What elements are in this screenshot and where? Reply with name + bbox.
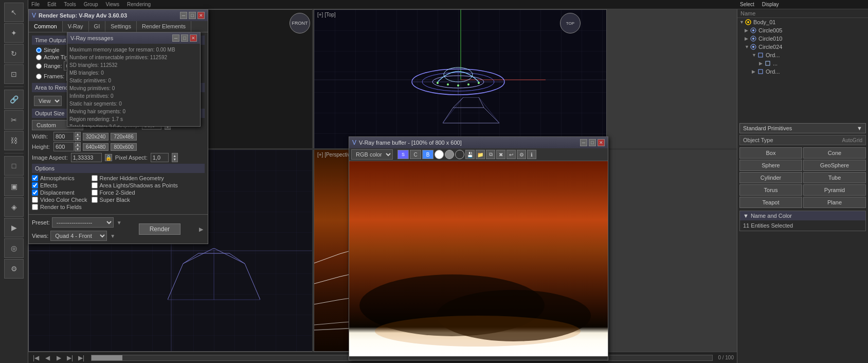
move-tool[interactable]: ✦ bbox=[4, 23, 24, 43]
cb-render-fields-input[interactable] bbox=[32, 204, 38, 210]
pixel-aspect-input[interactable] bbox=[151, 153, 169, 162]
display-btn[interactable]: Display bbox=[762, 2, 779, 7]
area-render-select[interactable]: View bbox=[34, 96, 62, 106]
tab-common[interactable]: Common bbox=[29, 21, 63, 32]
tree-item-ord1[interactable]: ▼ Ord... bbox=[737, 51, 868, 59]
cylinder-btn[interactable]: Cylinder bbox=[739, 172, 802, 183]
vfb-info-btn[interactable]: ℹ bbox=[527, 150, 536, 159]
minimize-btn[interactable]: ─ bbox=[180, 12, 187, 19]
tab-render-elements[interactable]: Render Elements bbox=[137, 21, 191, 32]
close-btn[interactable]: ✕ bbox=[197, 12, 205, 19]
menu-item-5[interactable]: Views bbox=[106, 2, 120, 7]
cone-btn[interactable]: Cone bbox=[803, 147, 866, 159]
cb-video-color-input[interactable] bbox=[32, 197, 38, 203]
std-prim-dropdown[interactable]: Standard Primitives ▼ bbox=[739, 123, 866, 133]
vray-messages-titlebar[interactable]: V-Ray messages ─ □ ✕ bbox=[67, 32, 200, 44]
preset-select[interactable]: ------------------- bbox=[52, 217, 114, 228]
vfb-maximize[interactable]: □ bbox=[589, 139, 596, 146]
options-header[interactable]: Options bbox=[32, 164, 205, 173]
img-aspect-input[interactable] bbox=[71, 153, 102, 162]
scale-tool[interactable]: ⊡ bbox=[4, 64, 24, 84]
render-button[interactable]: Render bbox=[139, 223, 180, 235]
expand-circle005[interactable]: ▶ bbox=[745, 28, 750, 33]
cb-effects-input[interactable] bbox=[32, 182, 38, 188]
vfb-white-circle[interactable] bbox=[435, 150, 444, 159]
rotate-tool[interactable]: ↻ bbox=[4, 44, 24, 63]
pb-skip-end[interactable]: ▶| bbox=[77, 354, 86, 361]
vray-msg-maximize[interactable]: □ bbox=[181, 34, 188, 42]
views-chevron[interactable]: ▼ bbox=[110, 233, 115, 239]
tree-item-ord2[interactable]: ▶ ... bbox=[737, 59, 868, 67]
radio-frames-input[interactable] bbox=[36, 74, 42, 79]
link-tool[interactable]: 🔗 bbox=[4, 90, 24, 109]
tree-item-circle010[interactable]: ▶ Circle010 bbox=[737, 34, 868, 43]
nac-header[interactable]: ▼ Name and Color bbox=[740, 211, 865, 220]
select-btn[interactable]: Select bbox=[740, 2, 754, 7]
menu-item-1[interactable]: File bbox=[31, 2, 40, 7]
teapot-btn[interactable]: Teapot bbox=[739, 197, 802, 208]
vfb-channel-select[interactable]: RGB color bbox=[351, 149, 393, 160]
motion-tool[interactable]: ▶ bbox=[4, 218, 24, 237]
plane-btn[interactable]: Plane bbox=[803, 197, 866, 208]
vfb-srgb-btn[interactable]: S bbox=[397, 150, 409, 159]
create-tool[interactable]: □ bbox=[4, 156, 24, 176]
pyramid-btn[interactable]: Pyramid bbox=[803, 184, 866, 196]
cb-super-black-input[interactable] bbox=[92, 197, 98, 203]
height-down[interactable]: ▼ bbox=[75, 147, 81, 151]
box-btn[interactable]: Box bbox=[739, 147, 802, 159]
menu-item-2[interactable]: Edit bbox=[47, 2, 56, 7]
aspect-lock-btn[interactable]: 🔒 bbox=[105, 154, 112, 161]
tree-item-circle024[interactable]: ▼ Circle024 bbox=[737, 43, 868, 51]
vfb-save-btn[interactable]: 💾 bbox=[465, 150, 475, 159]
radio-active-input[interactable] bbox=[36, 55, 42, 60]
hierarchy-tool[interactable]: ◈ bbox=[4, 197, 24, 217]
dim-720x486[interactable]: 720x486 bbox=[111, 133, 136, 141]
vfb-dark-circle[interactable] bbox=[455, 150, 464, 159]
pb-next-frame[interactable]: ▶| bbox=[65, 354, 75, 361]
width-up[interactable]: ▲ bbox=[75, 132, 81, 136]
tree-item-circle005[interactable]: ▶ Circle005 bbox=[737, 26, 868, 34]
views-select[interactable]: Quad 4 - Front bbox=[50, 231, 107, 241]
utilities-tool[interactable]: ⚙ bbox=[4, 259, 24, 279]
cb-atmospherics-input[interactable] bbox=[32, 175, 38, 181]
vfb-history-btn[interactable]: ↩ bbox=[507, 150, 516, 159]
height-input[interactable] bbox=[53, 142, 74, 151]
tree-item-ord3[interactable]: ▶ Ord... bbox=[737, 67, 868, 76]
menu-item-3[interactable]: Tools bbox=[64, 2, 76, 7]
tree-item-body01[interactable]: ▼ Body_01 bbox=[737, 18, 868, 26]
cb-area-lights-input[interactable] bbox=[92, 182, 98, 188]
vfb-gray-circle[interactable] bbox=[445, 150, 454, 159]
vfb-titlebar[interactable]: V V-Ray frame buffer - [100% of 800 x 60… bbox=[349, 137, 608, 148]
vray-msg-close[interactable]: ✕ bbox=[190, 34, 197, 42]
dim-320x240[interactable]: 320x240 bbox=[83, 133, 109, 141]
geosphere-btn[interactable]: GeoSphere bbox=[803, 160, 866, 171]
top-nav-gizmo[interactable]: TOP bbox=[560, 13, 581, 33]
vfb-clear-btn[interactable]: ✖ bbox=[496, 150, 505, 159]
vfb-minimize[interactable]: ─ bbox=[580, 139, 587, 146]
vfb-open-btn[interactable]: 📁 bbox=[476, 150, 485, 159]
cb-displacement-input[interactable] bbox=[32, 189, 38, 196]
width-down[interactable]: ▼ bbox=[75, 136, 81, 141]
pb-play[interactable]: ▶ bbox=[54, 354, 63, 361]
expand-body01[interactable]: ▼ bbox=[739, 20, 745, 25]
expand-ord3[interactable]: ▶ bbox=[752, 69, 757, 74]
vfb-b-btn[interactable]: B bbox=[422, 150, 433, 159]
front-nav-gizmo[interactable]: FRONT bbox=[290, 13, 310, 33]
expand-circle010[interactable]: ▶ bbox=[745, 36, 750, 41]
expand-circle024[interactable]: ▼ bbox=[745, 44, 750, 49]
rs-collapse-right[interactable]: ▶ bbox=[197, 226, 205, 233]
width-input[interactable] bbox=[53, 132, 74, 141]
vfb-close[interactable]: ✕ bbox=[598, 139, 605, 146]
cb-force-2sided-input[interactable] bbox=[92, 189, 98, 196]
tab-gi[interactable]: GI bbox=[89, 21, 106, 32]
vfb-c-btn[interactable]: C bbox=[410, 150, 421, 159]
height-up[interactable]: ▲ bbox=[75, 142, 81, 147]
radio-range-input[interactable] bbox=[36, 63, 42, 69]
select-tool[interactable]: ↖ bbox=[4, 3, 24, 22]
display-tool[interactable]: ◎ bbox=[4, 238, 24, 258]
expand-ord1[interactable]: ▼ bbox=[752, 53, 757, 58]
pb-prev-frame[interactable]: ◀ bbox=[43, 354, 52, 361]
bind-tool[interactable]: ⛓ bbox=[4, 131, 24, 150]
preset-save-btn[interactable]: ▼ bbox=[117, 220, 122, 226]
vfb-settings-btn[interactable]: ⚙ bbox=[517, 150, 526, 159]
